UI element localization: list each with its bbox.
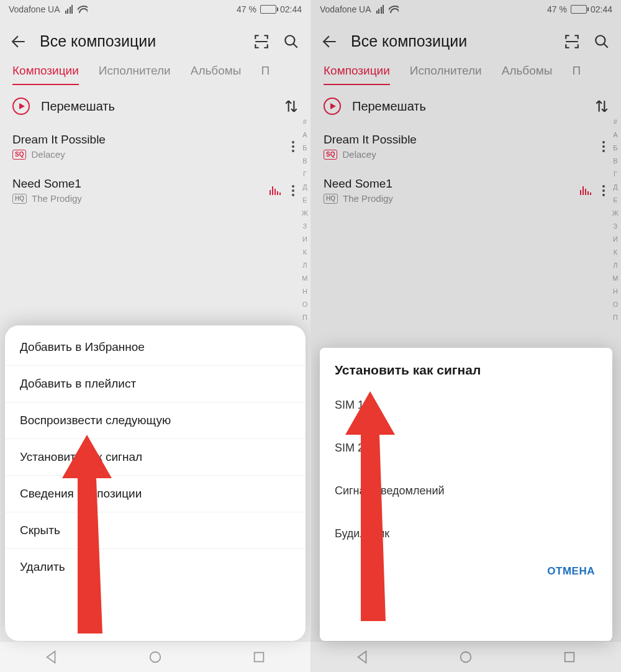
quality-badge: SQ	[12, 150, 26, 160]
screen-right: Vodafone UA 47 % 02:44 Все композиции Ко…	[310, 0, 621, 672]
shuffle-label: Перемешать	[41, 99, 272, 114]
track-artist: Delacey	[31, 149, 65, 160]
menu-info[interactable]: Сведения композиции	[5, 476, 306, 512]
dialog-sim2[interactable]: SIM 2	[320, 427, 612, 470]
more-icon[interactable]	[287, 141, 299, 152]
page-title: Все композиции	[40, 32, 241, 50]
header: Все композиции	[0, 19, 310, 64]
alpha-index[interactable]: #АБ ВГД ЕЖЗ ИКЛ МНО П	[302, 118, 308, 321]
dialog-title: Установить как сигнал	[320, 348, 612, 384]
svg-point-0	[285, 35, 294, 45]
menu-set-as-ringtone[interactable]: Установить как сигнал	[5, 439, 306, 476]
quality-badge: HQ	[12, 194, 27, 204]
play-icon	[12, 98, 30, 115]
nav-home-icon[interactable]	[148, 650, 162, 664]
wifi-icon	[78, 6, 88, 13]
battery-percent: 47 %	[237, 4, 256, 14]
track-title: Dream It Possible	[12, 133, 287, 147]
tab-artists[interactable]: Исполнители	[99, 64, 171, 85]
more-icon[interactable]	[287, 185, 299, 196]
ringtone-dialog: Установить как сигнал SIM 1 SIM 2 Сигнал…	[320, 348, 612, 641]
track-artist: The Prodigy	[32, 193, 82, 204]
carrier-label: Vodafone UA	[9, 4, 60, 14]
search-icon[interactable]	[283, 34, 299, 50]
nav-recent-icon[interactable]	[252, 650, 266, 664]
tab-more[interactable]: П	[261, 64, 270, 85]
menu-play-next[interactable]: Воспроизвести следующую	[5, 402, 306, 439]
tab-tracks[interactable]: Композиции	[12, 64, 79, 85]
shuffle-row[interactable]: Перемешать	[0, 85, 310, 124]
svg-point-1	[150, 652, 161, 662]
tabs: Композиции Исполнители Альбомы П	[0, 64, 310, 85]
now-playing-icon	[270, 186, 281, 195]
signal-icon	[65, 5, 73, 14]
scan-icon[interactable]	[253, 34, 270, 50]
clock: 02:44	[280, 4, 302, 14]
track-list: Dream It Possible SQ Delacey Need Some1 …	[0, 124, 310, 212]
status-bar: Vodafone UA 47 % 02:44	[0, 0, 310, 19]
track-row[interactable]: Dream It Possible SQ Delacey	[12, 124, 310, 168]
nav-bar	[0, 641, 310, 672]
track-row[interactable]: Need Some1 HQ The Prodigy	[12, 168, 310, 212]
screen-left: Vodafone UA 47 % 02:44 Все композиции Ко…	[0, 0, 310, 672]
svg-rect-2	[254, 652, 263, 661]
menu-add-favorite[interactable]: Добавить в Избранное	[5, 329, 306, 366]
sort-icon[interactable]	[283, 98, 299, 114]
back-icon[interactable]	[11, 34, 27, 50]
tab-albums[interactable]: Альбомы	[191, 64, 242, 85]
battery-icon	[260, 5, 276, 14]
dialog-alarm[interactable]: Будильник	[320, 512, 612, 555]
dialog-sim1[interactable]: SIM 1	[320, 384, 612, 427]
dialog-notification[interactable]: Сигнал уведомлений	[320, 470, 612, 512]
menu-delete[interactable]: Удалить	[5, 549, 306, 585]
menu-hide[interactable]: Скрыть	[5, 512, 306, 549]
track-title: Need Some1	[12, 177, 270, 191]
menu-add-playlist[interactable]: Добавить в плейлист	[5, 366, 306, 402]
dialog-cancel[interactable]: ОТМЕНА	[320, 555, 612, 586]
nav-back-icon[interactable]	[45, 650, 58, 664]
context-menu-sheet: Добавить в Избранное Добавить в плейлист…	[5, 325, 306, 641]
